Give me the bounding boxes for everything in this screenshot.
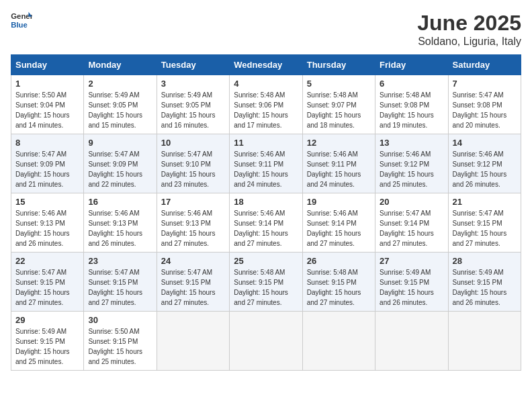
- table-row: 15 Sunrise: 5:46 AM Sunset: 9:13 PM Dayl…: [11, 193, 521, 253]
- day-number: 15: [15, 197, 79, 207]
- table-cell: 11 Sunrise: 5:46 AM Sunset: 9:11 PM Dayl…: [230, 134, 302, 193]
- table-row: 8 Sunrise: 5:47 AM Sunset: 9:09 PM Dayli…: [11, 134, 521, 193]
- day-number: 24: [161, 256, 225, 266]
- table-cell: 28 Sunrise: 5:49 AM Sunset: 9:15 PM Dayl…: [448, 253, 521, 312]
- table-cell: 29 Sunrise: 5:49 AM Sunset: 9:15 PM Dayl…: [11, 312, 84, 371]
- table-cell: 21 Sunrise: 5:47 AM Sunset: 9:15 PM Dayl…: [448, 193, 521, 253]
- table-cell: 24 Sunrise: 5:47 AM Sunset: 9:15 PM Dayl…: [157, 253, 229, 312]
- calendar-header-row: Sunday Monday Tuesday Wednesday Thursday…: [11, 55, 521, 75]
- day-number: 30: [88, 315, 152, 325]
- table-cell: 3 Sunrise: 5:49 AM Sunset: 9:05 PM Dayli…: [157, 75, 229, 134]
- day-info: Sunrise: 5:46 AM Sunset: 9:12 PM Dayligh…: [380, 149, 443, 189]
- col-friday: Friday: [375, 55, 448, 75]
- table-cell: 4 Sunrise: 5:48 AM Sunset: 9:06 PM Dayli…: [230, 75, 302, 134]
- day-info: Sunrise: 5:48 AM Sunset: 9:08 PM Dayligh…: [380, 90, 443, 130]
- table-cell: 8 Sunrise: 5:47 AM Sunset: 9:09 PM Dayli…: [11, 134, 84, 193]
- day-info: Sunrise: 5:50 AM Sunset: 9:04 PM Dayligh…: [15, 90, 79, 130]
- logo: General Blue: [11, 11, 32, 30]
- table-cell: 2 Sunrise: 5:49 AM Sunset: 9:05 PM Dayli…: [84, 75, 157, 134]
- table-cell: 16 Sunrise: 5:46 AM Sunset: 9:13 PM Dayl…: [84, 193, 157, 253]
- day-number: 27: [380, 256, 443, 266]
- col-saturday: Saturday: [448, 55, 521, 75]
- logo-icon: General Blue: [11, 11, 32, 30]
- day-number: 8: [15, 138, 79, 148]
- day-info: Sunrise: 5:47 AM Sunset: 9:15 PM Dayligh…: [15, 267, 79, 308]
- table-cell: 26 Sunrise: 5:48 AM Sunset: 9:15 PM Dayl…: [302, 253, 375, 312]
- table-cell: 18 Sunrise: 5:46 AM Sunset: 9:14 PM Dayl…: [230, 193, 302, 253]
- day-number: 25: [234, 256, 298, 266]
- day-number: 7: [453, 79, 517, 89]
- table-row: 1 Sunrise: 5:50 AM Sunset: 9:04 PM Dayli…: [11, 75, 521, 134]
- day-info: Sunrise: 5:49 AM Sunset: 9:05 PM Dayligh…: [88, 90, 152, 130]
- page-header: General Blue June 2025 Soldano, Liguria,…: [11, 11, 521, 48]
- table-cell: [230, 312, 302, 371]
- day-info: Sunrise: 5:47 AM Sunset: 9:10 PM Dayligh…: [161, 149, 225, 189]
- table-row: 29 Sunrise: 5:49 AM Sunset: 9:15 PM Dayl…: [11, 312, 521, 371]
- table-cell: 7 Sunrise: 5:47 AM Sunset: 9:08 PM Dayli…: [448, 75, 521, 134]
- day-number: 13: [380, 138, 443, 148]
- day-info: Sunrise: 5:48 AM Sunset: 9:15 PM Dayligh…: [234, 267, 298, 308]
- table-cell: 30 Sunrise: 5:50 AM Sunset: 9:15 PM Dayl…: [84, 312, 157, 371]
- day-number: 5: [307, 79, 371, 89]
- day-number: 10: [161, 138, 225, 148]
- day-number: 17: [161, 197, 225, 207]
- location-title: Soldano, Liguria, Italy: [417, 36, 521, 48]
- table-cell: [302, 312, 375, 371]
- day-number: 18: [234, 197, 298, 207]
- table-cell: 25 Sunrise: 5:48 AM Sunset: 9:15 PM Dayl…: [230, 253, 302, 312]
- day-info: Sunrise: 5:48 AM Sunset: 9:07 PM Dayligh…: [307, 90, 371, 130]
- col-tuesday: Tuesday: [157, 55, 229, 75]
- table-cell: 12 Sunrise: 5:46 AM Sunset: 9:11 PM Dayl…: [302, 134, 375, 193]
- day-info: Sunrise: 5:48 AM Sunset: 9:15 PM Dayligh…: [307, 267, 371, 308]
- day-number: 2: [88, 79, 152, 89]
- day-number: 11: [234, 138, 298, 148]
- day-info: Sunrise: 5:46 AM Sunset: 9:12 PM Dayligh…: [453, 149, 517, 189]
- day-info: Sunrise: 5:46 AM Sunset: 9:13 PM Dayligh…: [161, 208, 225, 248]
- day-number: 26: [307, 256, 371, 266]
- table-row: 22 Sunrise: 5:47 AM Sunset: 9:15 PM Dayl…: [11, 253, 521, 312]
- table-cell: 15 Sunrise: 5:46 AM Sunset: 9:13 PM Dayl…: [11, 193, 84, 253]
- table-cell: 20 Sunrise: 5:47 AM Sunset: 9:14 PM Dayl…: [375, 193, 448, 253]
- table-cell: 22 Sunrise: 5:47 AM Sunset: 9:15 PM Dayl…: [11, 253, 84, 312]
- day-info: Sunrise: 5:46 AM Sunset: 9:11 PM Dayligh…: [307, 149, 371, 189]
- day-info: Sunrise: 5:49 AM Sunset: 9:15 PM Dayligh…: [380, 267, 443, 308]
- day-info: Sunrise: 5:46 AM Sunset: 9:13 PM Dayligh…: [88, 208, 152, 248]
- col-monday: Monday: [84, 55, 157, 75]
- day-info: Sunrise: 5:47 AM Sunset: 9:14 PM Dayligh…: [380, 208, 443, 248]
- calendar-table: Sunday Monday Tuesday Wednesday Thursday…: [11, 54, 521, 371]
- col-wednesday: Wednesday: [230, 55, 302, 75]
- day-number: 4: [234, 79, 298, 89]
- table-cell: 14 Sunrise: 5:46 AM Sunset: 9:12 PM Dayl…: [448, 134, 521, 193]
- day-number: 22: [15, 256, 79, 266]
- day-info: Sunrise: 5:49 AM Sunset: 9:15 PM Dayligh…: [453, 267, 517, 308]
- table-cell: 5 Sunrise: 5:48 AM Sunset: 9:07 PM Dayli…: [302, 75, 375, 134]
- day-info: Sunrise: 5:48 AM Sunset: 9:06 PM Dayligh…: [234, 90, 298, 130]
- day-number: 3: [161, 79, 225, 89]
- col-sunday: Sunday: [11, 55, 84, 75]
- day-info: Sunrise: 5:49 AM Sunset: 9:15 PM Dayligh…: [15, 326, 79, 367]
- day-number: 23: [88, 256, 152, 266]
- table-cell: [375, 312, 448, 371]
- svg-text:Blue: Blue: [11, 21, 28, 29]
- day-info: Sunrise: 5:50 AM Sunset: 9:15 PM Dayligh…: [88, 326, 152, 367]
- table-cell: 1 Sunrise: 5:50 AM Sunset: 9:04 PM Dayli…: [11, 75, 84, 134]
- day-number: 9: [88, 138, 152, 148]
- day-number: 1: [15, 79, 79, 89]
- day-number: 28: [453, 256, 517, 266]
- day-number: 19: [307, 197, 371, 207]
- day-info: Sunrise: 5:46 AM Sunset: 9:14 PM Dayligh…: [234, 208, 298, 248]
- title-area: June 2025 Soldano, Liguria, Italy: [417, 11, 521, 48]
- day-number: 29: [15, 315, 79, 325]
- day-info: Sunrise: 5:47 AM Sunset: 9:15 PM Dayligh…: [453, 208, 517, 248]
- table-cell: 17 Sunrise: 5:46 AM Sunset: 9:13 PM Dayl…: [157, 193, 229, 253]
- day-info: Sunrise: 5:46 AM Sunset: 9:11 PM Dayligh…: [234, 149, 298, 189]
- day-number: 6: [380, 79, 443, 89]
- day-info: Sunrise: 5:46 AM Sunset: 9:13 PM Dayligh…: [15, 208, 79, 248]
- table-cell: 9 Sunrise: 5:47 AM Sunset: 9:09 PM Dayli…: [84, 134, 157, 193]
- day-number: 16: [88, 197, 152, 207]
- day-number: 14: [453, 138, 517, 148]
- table-cell: [448, 312, 521, 371]
- table-cell: 6 Sunrise: 5:48 AM Sunset: 9:08 PM Dayli…: [375, 75, 448, 134]
- day-info: Sunrise: 5:46 AM Sunset: 9:14 PM Dayligh…: [307, 208, 371, 248]
- day-info: Sunrise: 5:47 AM Sunset: 9:15 PM Dayligh…: [88, 267, 152, 308]
